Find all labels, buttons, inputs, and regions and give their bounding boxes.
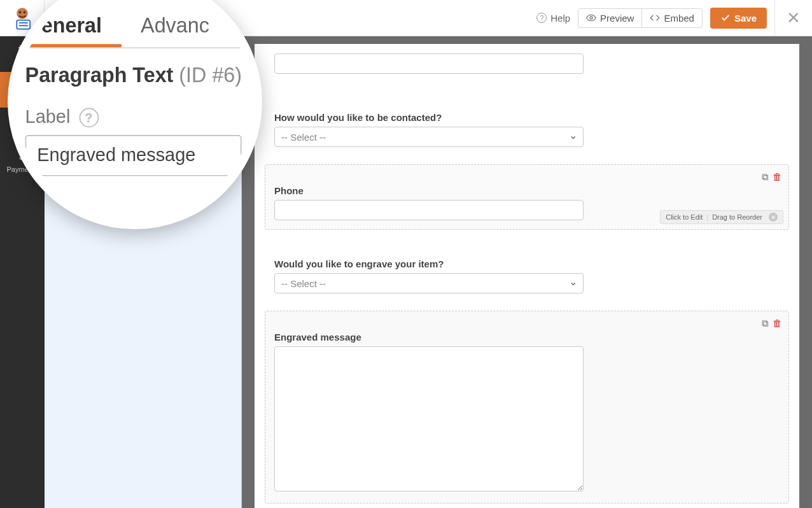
code-icon [650,13,660,23]
duplicate-icon[interactable]: ⧉ [762,318,769,329]
help-link[interactable]: ? Help [536,13,570,24]
help-icon: ? [536,13,547,23]
form-field-phone[interactable]: ⧉ 🗑 Phone Click to Edit | Drag to Reorde… [265,164,789,230]
select-input[interactable]: -- Select -- [274,127,584,147]
lens-label-heading: Label [25,107,71,129]
form-field[interactable]: How would you like to be contacted? -- S… [265,91,789,157]
trash-icon[interactable]: 🗑 [773,318,782,329]
text-input[interactable] [274,200,584,220]
save-label: Save [734,13,757,24]
close-icon: ✕ [787,8,801,28]
embed-button[interactable]: Embed [641,8,703,28]
form-canvas: How would you like to be contacted? -- S… [242,36,812,508]
lens-field-type: Paragraph Text (ID #6) [25,64,262,87]
eye-icon [586,13,596,23]
field-label: Engraved message [274,332,780,342]
preview-button[interactable]: Preview [578,8,642,28]
select-input[interactable]: -- Select -- [274,273,584,293]
close-button[interactable]: ✕ [774,0,801,36]
field-hover-tooltip: Click to Edit | Drag to Reorder ✕ [660,210,783,224]
lens-tab-advanced: Advanc [122,7,229,47]
tooltip-edit: Click to Edit [666,213,703,221]
tooltip-drag: Drag to Reorder [712,213,762,221]
field-label: Would you like to engrave your item? [274,258,780,269]
preview-embed-group: Preview Embed [578,8,703,28]
embed-label: Embed [664,13,694,24]
svg-point-1 [18,11,21,14]
check-icon [720,13,731,23]
save-button[interactable]: Save [710,8,767,29]
duplicate-icon[interactable]: ⧉ [762,171,769,183]
field-label: How would you like to be contacted? [274,112,780,123]
lens-label-input [25,135,242,176]
form-field[interactable] [265,44,789,83]
svg-point-2 [23,11,25,14]
tooltip-close-icon[interactable]: ✕ [769,213,778,222]
form-field-engraved-message[interactable]: ⧉ 🗑 Engraved message [265,311,789,504]
field-label: Phone [274,185,780,196]
text-input[interactable] [274,53,584,74]
preview-label: Preview [600,13,634,24]
textarea-input[interactable] [274,346,584,491]
svg-point-6 [590,17,592,19]
form-field[interactable]: Would you like to engrave your item? -- … [265,237,789,303]
help-icon: ? [79,108,99,128]
help-label: Help [550,13,570,24]
trash-icon[interactable]: 🗑 [773,171,782,183]
svg-rect-3 [17,20,30,29]
